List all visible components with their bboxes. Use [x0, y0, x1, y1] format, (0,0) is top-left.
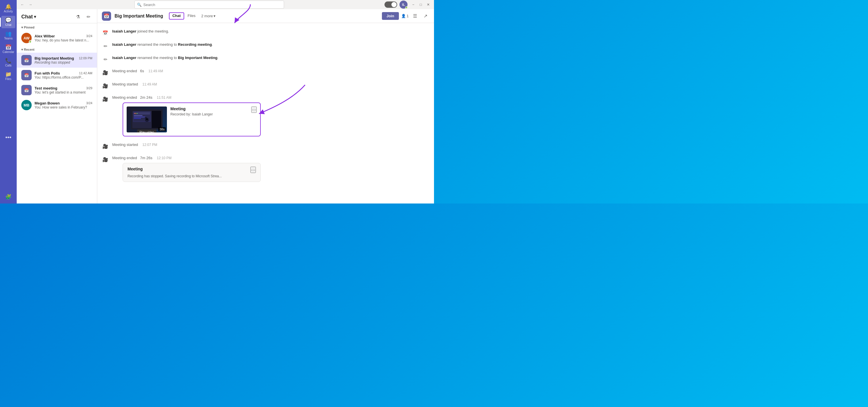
apps-icon: 🧩: [5, 194, 11, 199]
message-ended-with-card: 🎥 Meeting ended 7m 26s 12:10 PM Meeting …: [102, 154, 429, 183]
ended-text-3: Meeting ended 7m 26s 12:10 PM: [112, 155, 429, 161]
rename-icon-2: ✏: [102, 56, 109, 63]
svg-point-9: [137, 113, 138, 114]
popout-button[interactable]: ↗: [421, 12, 429, 20]
svg-rect-5: [134, 117, 145, 118]
recording-info: Meeting Recorded by: Isaiah Langer ···: [170, 106, 257, 116]
files-icon: 📁: [5, 72, 11, 77]
sidebar-item-apps[interactable]: 🧩: [1, 193, 15, 201]
sidebar-bottom: 🧩: [1, 193, 15, 201]
cursor-icon: 🖱: [144, 116, 150, 123]
recording-more-button[interactable]: ···: [251, 106, 257, 113]
sidebar-item-chat[interactable]: 💬 Chat: [1, 16, 15, 28]
tab-chat[interactable]: Chat: [169, 12, 184, 20]
chat-icon: 💬: [5, 18, 11, 23]
video-icon-1: 🎥: [102, 69, 109, 76]
meeting-card-more-button[interactable]: ···: [250, 167, 256, 173]
status-badge: [405, 6, 407, 9]
message-rename-1: ✏ Isaiah Langer renamed the meeting to R…: [102, 41, 429, 51]
svg-rect-4: [134, 115, 143, 116]
chat-item-alex-wilber[interactable]: AW Alex Wilber 3/24 You: hey, do you hav…: [17, 31, 97, 45]
rename-icon-1: ✏: [102, 42, 109, 50]
calendar-icon: 📅: [5, 44, 11, 50]
status-dot: [29, 40, 32, 43]
forward-button[interactable]: →: [27, 1, 34, 8]
chat-item-big-important-meeting[interactable]: 📅 Big Important Meeting 12:09 PM Recordi…: [17, 53, 97, 68]
video-icon-3: 🎥: [102, 96, 109, 102]
chat-messages[interactable]: 📅 Isaiah Langer joined the meeting. ✏ Is…: [97, 23, 434, 204]
rename-text-2: Isaiah Langer renamed the meeting to Big…: [112, 55, 218, 60]
video-icon-5: 🎥: [102, 156, 109, 163]
message-joined: 📅 Isaiah Langer joined the meeting.: [102, 28, 429, 37]
message-rename-2: ✏ Isaiah Langer renamed the meeting to B…: [102, 54, 429, 64]
chat-tabs: Chat Files 2 more ▾: [169, 12, 218, 20]
chat-item-test-meeting[interactable]: 📅 Test meeting 3/29 You: let's get start…: [17, 83, 97, 98]
chat-header: 📅 Big Important Meeting Chat Files 2 mor…: [97, 9, 434, 23]
tab-more[interactable]: 2 more ▾: [199, 12, 218, 20]
sidebar-item-teams[interactable]: 👥 Teams: [1, 29, 15, 42]
svg-rect-10: [152, 111, 161, 128]
message-ended-1: 🎥 Meeting ended 6s 11:49 AM: [102, 67, 429, 77]
recording-card: 🖱 38s Play video Meeting Recorded by: Is…: [123, 102, 261, 136]
maximize-button[interactable]: □: [417, 1, 424, 8]
message-started-2: 🎥 Meeting started 12:07 PM: [102, 141, 429, 151]
chat-info-test-meeting: Test meeting 3/29 You: let's get started…: [34, 86, 92, 94]
chat-info-fun-with-polls: Fun with Polls 11:42 AM You: https://for…: [34, 71, 92, 80]
recording-by: Recorded by: Isaiah Langer: [170, 112, 213, 116]
avatar-fun-with-polls: 📅: [21, 70, 32, 80]
sidebar-item-calls[interactable]: 📞 Calls: [1, 56, 15, 69]
chat-item-megan-bowen[interactable]: MB Megan Bowen 3/24 You: How were sales …: [17, 98, 97, 113]
titlebar: ← → 🔍 IL − □ ✕: [17, 0, 434, 9]
avatar-big-important-meeting: 📅: [21, 55, 32, 65]
chat-info-big-important-meeting: Big Important Meeting 12:09 PM Recording…: [34, 56, 92, 64]
avatar[interactable]: IL: [400, 1, 407, 9]
participant-count: 👤 1: [401, 14, 409, 18]
search-icon: 🔍: [137, 3, 142, 7]
search-bar[interactable]: 🔍: [134, 1, 284, 9]
join-button[interactable]: Join: [382, 12, 399, 20]
video-thumbnail[interactable]: 🖱 38s Play video: [127, 106, 167, 132]
sidebar-more-button[interactable]: •••: [3, 132, 13, 143]
recent-section-label: ▾ Recent: [17, 45, 97, 53]
chat-chevron-icon[interactable]: ▾: [34, 14, 36, 19]
svg-point-7: [134, 113, 135, 114]
search-input[interactable]: [143, 3, 281, 7]
rename-text-1: Isaiah Langer renamed the meeting to Rec…: [112, 42, 213, 47]
chat-list-header: Chat ▾ ⚗ ✏: [17, 9, 97, 23]
sidebar: 🔔 Activity 💬 Chat 👥 Teams 📅 Calendar 📞 C…: [0, 0, 17, 204]
chat-item-fun-with-polls[interactable]: 📅 Fun with Polls 11:42 AM You: https://f…: [17, 68, 97, 83]
svg-point-8: [135, 113, 136, 114]
join-text: Isaiah Langer joined the meeting.: [112, 29, 169, 34]
activity-icon: 🔔: [5, 4, 11, 9]
video-icon-4: 🎥: [102, 143, 109, 150]
message-recording-card: 🎥 Meeting ended 2m 24s 11:51 AM: [102, 94, 429, 137]
meeting-title: Big Important Meeting: [115, 13, 163, 19]
back-button[interactable]: ←: [19, 1, 26, 8]
video-icon-2: 🎥: [102, 82, 109, 89]
avatar-test-meeting: 📅: [21, 85, 32, 95]
filter-button[interactable]: ⚗: [74, 13, 82, 21]
sidebar-item-files[interactable]: 📁 Files: [1, 70, 15, 82]
compose-button[interactable]: ✏: [84, 13, 92, 21]
titlebar-nav: ← →: [19, 1, 34, 8]
close-button[interactable]: ✕: [425, 1, 432, 8]
sidebar-item-calendar[interactable]: 📅 Calendar: [1, 43, 15, 55]
theme-toggle[interactable]: [384, 1, 397, 8]
ended-text-2: Meeting ended 2m 24s 11:51 AM: [112, 95, 429, 100]
play-tooltip: Play video: [137, 129, 157, 132]
sidebar-item-activity[interactable]: 🔔 Activity: [1, 2, 15, 15]
main-window: ← → 🔍 IL − □ ✕ Chat ▾: [17, 0, 434, 204]
tab-files[interactable]: Files: [184, 12, 199, 20]
window-controls: − □ ✕: [410, 1, 432, 8]
message-started-1: 🎥 Meeting started 11:49 AM: [102, 81, 429, 90]
chat-info-megan-bowen: Megan Bowen 3/24 You: How were sales in …: [34, 101, 92, 109]
started-text-2: Meeting started 12:07 PM: [112, 142, 157, 147]
chat-list-title: Chat ▾: [21, 14, 36, 20]
meeting-card: Meeting ··· Recording has stopped. Savin…: [123, 163, 261, 182]
calls-icon: 📞: [5, 58, 11, 63]
teams-icon: 👥: [5, 31, 11, 36]
started-text-1: Meeting started 11:49 AM: [112, 82, 157, 87]
minimize-button[interactable]: −: [410, 1, 417, 8]
ended-text-1: Meeting ended 6s 11:49 AM: [112, 68, 163, 74]
list-view-button[interactable]: ☰: [411, 12, 419, 20]
